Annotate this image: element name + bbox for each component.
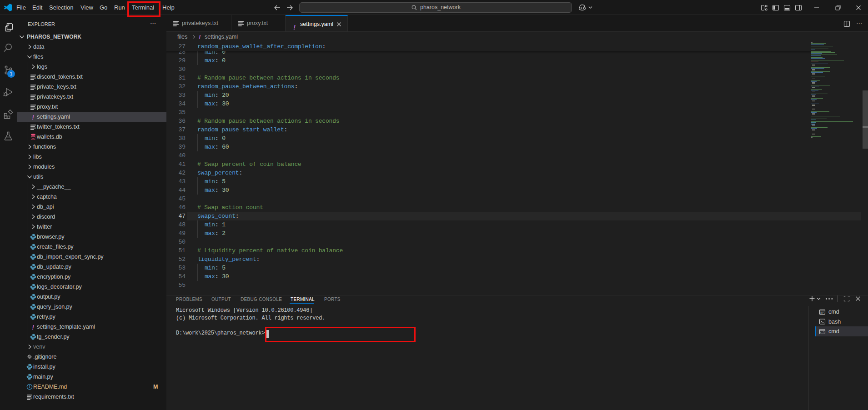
svg-text:c:\: c:\ [820,311,825,315]
svg-text:c:\: c:\ [820,331,825,334]
